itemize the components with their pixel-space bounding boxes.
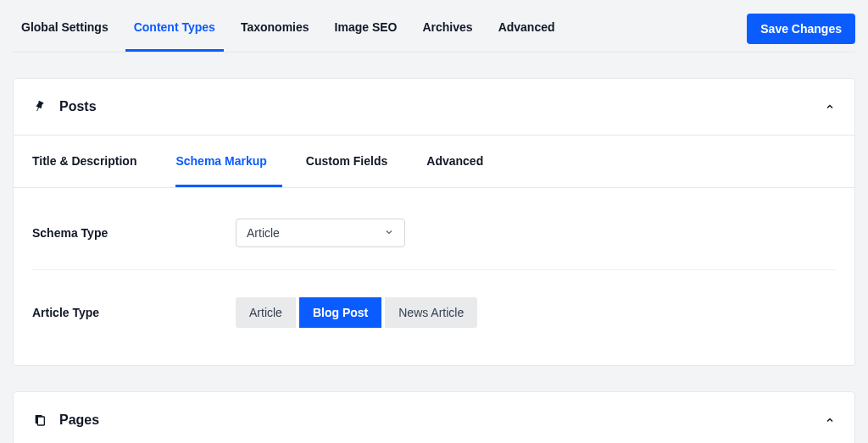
article-type-blog-post[interactable]: Blog Post [299, 297, 381, 328]
posts-subtab-advanced[interactable]: Advanced [426, 136, 498, 187]
schema-type-label: Schema Type [32, 226, 236, 240]
tab-advanced[interactable]: Advanced [490, 5, 564, 52]
chevron-up-icon [824, 414, 836, 426]
panel-posts-header[interactable]: Posts [14, 79, 854, 135]
save-button[interactable]: Save Changes [747, 14, 855, 44]
top-nav: Global Settings Content Types Taxonomies… [13, 5, 564, 52]
panel-posts-title: Posts [59, 99, 824, 114]
tab-global-settings[interactable]: Global Settings [13, 5, 117, 52]
article-type-news-article[interactable]: News Article [385, 297, 477, 328]
pages-icon [32, 413, 47, 427]
posts-subtab-schema[interactable]: Schema Markup [175, 136, 281, 187]
tab-image-seo[interactable]: Image SEO [326, 5, 406, 52]
posts-subtab-title-desc[interactable]: Title & Description [32, 136, 152, 187]
panel-pages-header[interactable]: Pages [14, 392, 854, 443]
tab-taxonomies[interactable]: Taxonomies [232, 5, 318, 52]
pin-icon [32, 100, 47, 114]
article-type-article[interactable]: Article [236, 297, 296, 328]
chevron-up-icon [824, 101, 836, 113]
panel-posts: Posts Title & Description Schema Markup … [13, 78, 855, 366]
panel-pages-title: Pages [59, 413, 824, 428]
chevron-down-icon [384, 226, 394, 240]
svg-rect-1 [37, 417, 44, 425]
panel-pages: Pages Title & Description Schema Markup … [13, 391, 855, 443]
article-type-segmented: Article Blog Post News Article [236, 297, 477, 328]
posts-subtab-custom-fields[interactable]: Custom Fields [306, 136, 403, 187]
tab-content-types[interactable]: Content Types [125, 5, 224, 52]
schema-type-value: Article [247, 226, 280, 240]
schema-type-select[interactable]: Article [236, 219, 405, 247]
posts-subtabs: Title & Description Schema Markup Custom… [14, 136, 854, 187]
article-type-label: Article Type [32, 306, 236, 319]
tab-archives[interactable]: Archives [414, 5, 481, 52]
